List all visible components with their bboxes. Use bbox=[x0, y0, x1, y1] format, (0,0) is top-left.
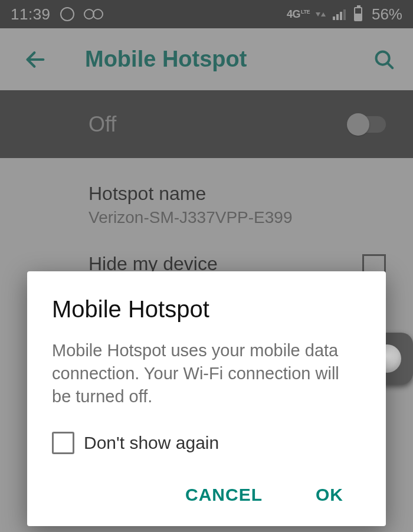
dialog-body: Mobile Hotspot uses your mobile data con… bbox=[52, 339, 361, 408]
dont-show-again-row[interactable]: Don't show again bbox=[52, 432, 361, 454]
ok-button[interactable]: OK bbox=[310, 478, 349, 512]
mobile-hotspot-dialog: Mobile Hotspot Mobile Hotspot uses your … bbox=[27, 271, 386, 526]
dont-show-again-checkbox[interactable] bbox=[52, 432, 74, 454]
dialog-actions: CANCEL OK bbox=[52, 478, 361, 512]
dialog-title: Mobile Hotspot bbox=[52, 296, 361, 323]
screen-root: 11:39 4G LTE 56% bbox=[0, 0, 413, 532]
dont-show-again-label: Don't show again bbox=[84, 433, 219, 453]
cancel-button[interactable]: CANCEL bbox=[179, 478, 268, 512]
